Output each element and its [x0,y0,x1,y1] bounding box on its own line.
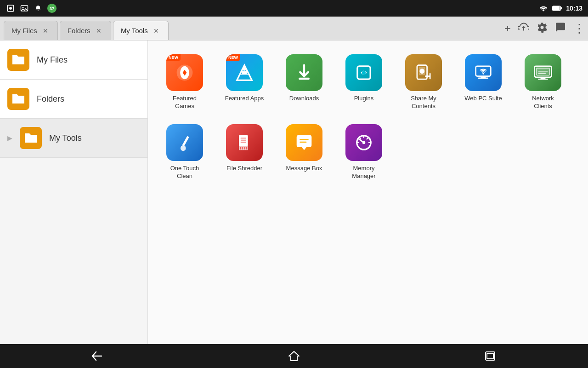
sidebar-my-files-label: My Files [37,55,68,65]
featured-games-icon: NEW [166,54,203,91]
app-grid-row1: NEW FeaturedGames NEW [157,50,579,115]
svg-rect-18 [476,66,491,76]
sidebar-my-tools-label: My Tools [49,133,82,143]
sidebar-expand-icon: ▶ [7,134,12,142]
my-files-icon [7,49,29,71]
plugins-label: Plugins [354,95,374,103]
svg-point-3 [23,7,24,8]
plugins-icon [345,54,382,91]
app-file-shredder[interactable]: File Shredder [217,120,272,185]
app-featured-games[interactable]: NEW FeaturedGames [157,50,212,115]
sidebar-item-my-tools[interactable]: ▶ My Tools [0,119,147,158]
downloads-label: Downloads [289,95,319,103]
svg-text:37: 37 [50,6,54,11]
folders-icon [7,88,29,110]
home-button[interactable] [280,347,308,365]
web-pc-suite-label: Web PC Suite [464,95,502,103]
sidebar: My Files Folders ▶ My Tools [0,40,148,344]
svg-point-11 [243,67,247,71]
svg-rect-8 [553,6,560,10]
image-icon [19,3,29,13]
tab-my-files[interactable]: My Files ✕ [4,21,58,40]
app-web-pc-suite[interactable]: Web PC Suite [456,50,511,115]
app-network-clients[interactable]: NetworkClients [515,50,571,115]
status-right: 10:13 [538,3,582,13]
network-clients-label: NetworkClients [532,95,554,110]
app-one-touch-clean[interactable]: One TouchClean [157,120,212,185]
svg-point-14 [362,71,366,75]
downloads-icon [286,54,322,91]
share-my-contents-icon [405,54,442,91]
level-badge: 37 [47,3,57,13]
app-featured-apps[interactable]: NEW Featured Apps [217,50,272,115]
file-shredder-icon [226,124,263,161]
notification-icon [33,3,43,13]
svg-rect-28 [487,353,493,359]
add-button[interactable]: + [504,22,511,35]
memory-manager-icon [345,124,382,161]
svg-rect-24 [239,135,248,146]
app-plugins[interactable]: Plugins [336,50,391,115]
svg-point-26 [362,141,366,144]
tab-folders-close[interactable]: ✕ [94,26,103,35]
tab-my-tools-label: My Tools [121,27,148,34]
svg-point-1 [9,7,12,10]
memory-manager-label: MemoryManager [352,165,375,180]
svg-rect-7 [560,7,562,10]
tab-my-files-label: My Files [11,27,37,34]
svg-rect-23 [537,68,549,75]
tab-folders[interactable]: Folders ✕ [60,21,111,40]
sidebar-item-folders[interactable]: Folders [0,80,147,119]
web-pc-suite-icon [465,54,502,91]
more-button[interactable]: ⋮ [573,21,584,35]
comment-button[interactable] [555,22,566,35]
badge-new-games: NEW [166,54,181,61]
screenshot-icon [6,3,16,13]
share-my-contents-label: Share MyContents [411,95,436,110]
network-clients-icon [525,54,561,91]
sidebar-folders-label: Folders [37,94,64,104]
bottom-nav-bar [0,344,588,368]
settings-button[interactable] [537,22,548,35]
recents-button[interactable] [476,347,504,365]
tab-my-tools-close[interactable]: ✕ [152,26,161,35]
one-touch-clean-icon [166,124,203,161]
tab-folders-label: Folders [68,27,90,34]
back-button[interactable] [84,347,112,365]
tab-bar: My Files ✕ Folders ✕ My Tools ✕ + ⋮ [0,17,588,40]
file-shredder-label: File Shredder [226,165,262,172]
tab-my-files-close[interactable]: ✕ [41,26,50,35]
featured-apps-label: Featured Apps [225,95,264,103]
sidebar-item-my-files[interactable]: My Files [0,40,147,80]
main-layout: My Files Folders ▶ My Tools NEW [0,40,588,344]
featured-apps-icon: NEW [226,54,263,91]
my-tools-icon [20,127,42,149]
message-box-icon [286,124,322,161]
app-grid-row2: One TouchClean File Shredder [157,120,579,185]
toolbar-actions: + ⋮ [504,21,584,35]
svg-point-17 [419,69,424,74]
app-message-box[interactable]: Message Box [277,120,332,185]
app-memory-manager[interactable]: MemoryManager [336,120,391,185]
badge-new-apps: NEW [226,54,240,61]
status-icons: 37 [6,3,57,13]
app-downloads[interactable]: Downloads [277,50,332,115]
upload-button[interactable] [518,22,529,35]
message-box-label: Message Box [286,165,322,172]
content-area: NEW FeaturedGames NEW [148,40,588,344]
status-bar: 37 10:13 [0,0,588,17]
battery-icon [552,3,562,13]
tab-my-tools[interactable]: My Tools ✕ [113,21,169,40]
svg-point-19 [482,73,484,75]
wifi-icon [538,3,548,13]
app-share-my-contents[interactable]: Share MyContents [396,50,451,115]
clock: 10:13 [566,5,582,12]
svg-rect-12 [299,78,310,80]
one-touch-clean-label: One TouchClean [170,165,199,180]
featured-games-label: FeaturedGames [173,95,197,110]
